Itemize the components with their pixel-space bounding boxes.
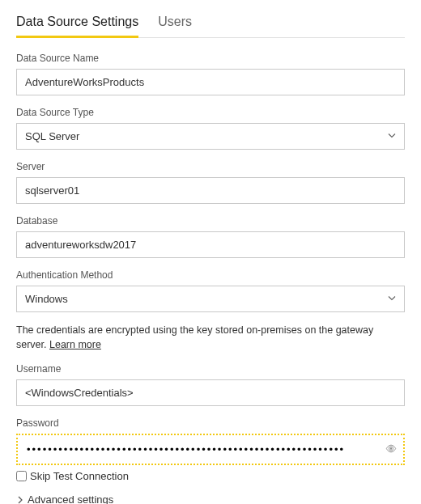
username-label: Username <box>16 363 405 375</box>
tab-data-source-settings[interactable]: Data Source Settings <box>16 10 138 37</box>
data-source-name-label: Data Source Name <box>16 53 405 64</box>
skip-test-connection-label: Skip Test Connection <box>30 470 129 482</box>
tab-users[interactable]: Users <box>158 10 192 37</box>
data-source-name-input[interactable] <box>16 69 405 95</box>
advanced-settings-toggle[interactable]: Advanced settings <box>16 493 405 504</box>
password-input[interactable] <box>19 436 402 463</box>
database-label: Database <box>16 215 405 227</box>
learn-more-link[interactable]: Learn more <box>49 339 101 350</box>
advanced-settings-label: Advanced settings <box>28 493 113 504</box>
skip-test-connection-checkbox[interactable] <box>16 471 27 481</box>
chevron-right-icon <box>16 494 24 504</box>
auth-method-label: Authentication Method <box>16 269 405 281</box>
auth-method-select[interactable]: Windows <box>16 286 405 312</box>
data-source-type-select[interactable]: SQL Server <box>16 123 405 150</box>
server-input[interactable] <box>16 177 405 204</box>
password-label: Password <box>16 417 405 429</box>
username-input[interactable] <box>16 379 405 406</box>
tabs-bar: Data Source Settings Users <box>16 10 405 38</box>
data-source-type-label: Data Source Type <box>16 107 405 118</box>
server-label: Server <box>16 161 405 172</box>
reveal-password-icon[interactable] <box>385 443 397 456</box>
credentials-info-text: The credentials are encrypted using the … <box>16 324 405 352</box>
database-input[interactable] <box>16 231 405 258</box>
svg-point-0 <box>390 447 392 449</box>
